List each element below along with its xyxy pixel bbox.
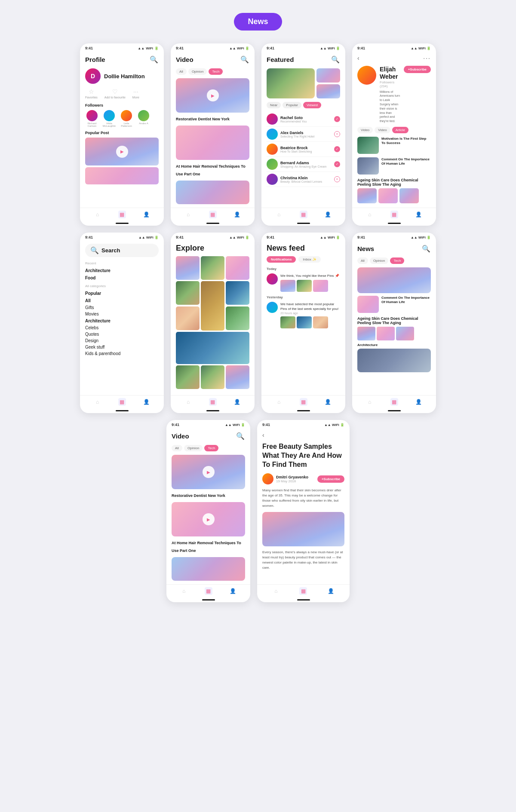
gallery-nav[interactable]: ▦ [209, 398, 217, 406]
explore-img[interactable] [201, 365, 224, 389]
featured-main-img [267, 68, 315, 98]
search-icon[interactable]: 🔍 [421, 244, 431, 253]
home-nav[interactable]: ⌂ [184, 398, 192, 406]
feed-item-today: We think, You might like these Pins 📌 [267, 273, 340, 292]
follower-avatar [86, 110, 98, 121]
gallery-nav[interactable]: ▦ [118, 398, 126, 406]
more-button[interactable]: ··· [423, 55, 431, 61]
tab-video-1[interactable]: Video [357, 127, 373, 133]
profile-nav[interactable]: 👤 [143, 211, 150, 218]
explore-img[interactable] [226, 306, 249, 330]
home-nav[interactable]: ⌂ [94, 398, 101, 406]
home-nav[interactable]: ⌂ [366, 398, 374, 406]
search-recent-food[interactable]: Food [85, 274, 159, 282]
explore-img[interactable] [201, 256, 224, 280]
category-all[interactable]: All [85, 297, 159, 304]
tab-all[interactable]: All [172, 445, 182, 451]
filter-popular[interactable]: Popular [283, 102, 301, 108]
gallery-nav[interactable]: ▦ [390, 211, 398, 218]
tab-article[interactable]: Article [392, 127, 408, 133]
explore-grid [176, 256, 249, 389]
explore-img[interactable] [226, 365, 249, 389]
gallery-nav[interactable]: ▦ [300, 398, 307, 406]
explore-img[interactable] [226, 281, 249, 305]
explore-img[interactable] [226, 256, 249, 280]
plus-icon[interactable]: + [334, 131, 340, 137]
filter-near[interactable]: Near [267, 102, 281, 108]
category-movies[interactable]: Movies [85, 311, 159, 317]
explore-img-wide[interactable] [176, 332, 249, 364]
gallery-nav[interactable]: ▦ [209, 211, 217, 218]
search-icon[interactable]: 🔍 [331, 55, 340, 64]
plus-icon[interactable]: + [334, 176, 340, 182]
back-button[interactable]: ‹ [357, 55, 359, 61]
profile-nav[interactable]: 👤 [229, 587, 237, 595]
profile-nav[interactable]: 👤 [415, 211, 423, 218]
profile-nav[interactable]: 👤 [415, 398, 423, 406]
tab-inbox[interactable]: Inbox ✨ [298, 256, 321, 263]
search-icon[interactable]: 🔍 [240, 55, 249, 64]
tab-video-2[interactable]: Video [375, 127, 390, 133]
category-design[interactable]: Design [85, 337, 159, 344]
category-gifts[interactable]: Gifts [85, 304, 159, 311]
home-nav[interactable]: ⌂ [275, 398, 283, 406]
tab-pills: All Opinion Tech [176, 68, 249, 75]
profile-nav[interactable]: 👤 [233, 211, 241, 218]
category-quotes[interactable]: Quotes [85, 331, 159, 337]
search-icon-btn[interactable]: 🔍 [149, 55, 159, 64]
home-nav[interactable]: ⌂ [275, 211, 283, 218]
explore-img[interactable] [176, 306, 200, 330]
tab-tech[interactable]: Tech [390, 257, 404, 264]
profile-nav[interactable]: 👤 [324, 211, 332, 218]
gallery-nav[interactable]: ▦ [299, 587, 307, 595]
home-nav[interactable]: ⌂ [272, 587, 280, 595]
gallery-nav[interactable]: ▦ [390, 398, 398, 406]
tab-all[interactable]: All [176, 68, 187, 75]
home-nav[interactable]: ⌂ [184, 211, 192, 218]
tab-opinion[interactable]: Opinion [188, 68, 207, 75]
explore-img[interactable] [176, 256, 200, 280]
home-nav[interactable]: ⌂ [180, 587, 188, 595]
category-celebs[interactable]: Celebs [85, 325, 159, 331]
bottom-nav: ⌂ ▦ 👤 [171, 395, 255, 408]
tab-opinion[interactable]: Opinion [370, 257, 389, 264]
gallery-nav[interactable]: ▦ [205, 587, 212, 595]
home-nav[interactable]: ⌂ [94, 211, 101, 218]
play-button[interactable]: ▶ [203, 466, 215, 478]
subscribe-button[interactable]: +Subscribe [404, 66, 431, 73]
gallery-nav[interactable]: ▦ [300, 211, 307, 218]
play-button[interactable]: ▶ [116, 146, 128, 158]
play-button[interactable]: ▶ [203, 513, 215, 525]
category-kids[interactable]: Kids & parenthood [85, 350, 159, 357]
explore-img-tall[interactable] [201, 281, 224, 331]
back-button[interactable]: ‹ [262, 432, 264, 438]
filter-viewed[interactable]: Viewed [303, 102, 321, 108]
home-nav[interactable]: ⌂ [366, 211, 374, 218]
favorites-action[interactable]: ☆ Favorites [85, 88, 98, 99]
tab-opinion[interactable]: Opinion [184, 445, 203, 451]
explore-img[interactable] [176, 365, 200, 389]
category-popular[interactable]: Popular [85, 290, 159, 297]
tab-tech[interactable]: Tech [209, 68, 223, 75]
profile-nav[interactable]: 👤 [327, 587, 335, 595]
profile-nav[interactable]: 👤 [233, 398, 241, 406]
search-text[interactable]: Search [101, 247, 120, 254]
tab-notifications[interactable]: Notifications [267, 256, 296, 263]
check-icon: ✓ [334, 161, 340, 167]
follower-avatar [138, 110, 149, 121]
search-recent-architecture[interactable]: Architecture [85, 267, 159, 274]
more-action[interactable]: ··· More [132, 88, 139, 99]
category-geek-stuff[interactable]: Geek stuff [85, 344, 159, 350]
gallery-nav[interactable]: ▦ [118, 211, 126, 218]
tab-all[interactable]: All [357, 257, 368, 264]
category-architecture[interactable]: Architecture [85, 317, 159, 325]
search-icon[interactable]: 🔍 [236, 431, 245, 441]
subscribe-button[interactable]: +Subscribe [317, 475, 344, 483]
tab-tech[interactable]: Tech [204, 445, 218, 451]
profile-nav[interactable]: 👤 [143, 398, 150, 406]
profile-nav[interactable]: 👤 [324, 398, 332, 406]
explore-img[interactable] [176, 281, 200, 305]
play-button[interactable]: ▶ [207, 89, 219, 101]
add-favourite-action[interactable]: ♡ Add to favourite [104, 88, 126, 99]
search-box[interactable]: 🔍 Search [85, 244, 159, 257]
